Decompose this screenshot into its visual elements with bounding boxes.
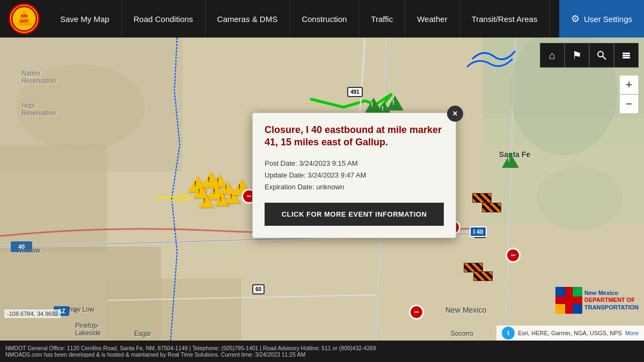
popup-close-button[interactable]: × bbox=[447, 106, 463, 122]
footer: NMDOT General Office: 1120 Cerrillos Roa… bbox=[0, 341, 644, 362]
nmdot-logo-area: New MexicoDEPARTMENT OFTRANSPORTATION bbox=[555, 287, 639, 314]
barrier-1 bbox=[472, 193, 492, 203]
svg-rect-25 bbox=[623, 53, 630, 54]
nmdot-logo-badge: NM DOT bbox=[9, 3, 40, 34]
map-ctrl-row: ⌂ ⚑ bbox=[540, 43, 639, 68]
popup-title: Closure, I 40 eastbound at mile marker 4… bbox=[265, 124, 444, 149]
update-date-label: Update Date: bbox=[265, 171, 306, 179]
label-socorro: Socorro bbox=[451, 330, 473, 337]
attribution-more[interactable]: More bbox=[625, 330, 639, 336]
svg-rect-26 bbox=[623, 55, 630, 56]
label-eagar: Eagar bbox=[134, 330, 151, 337]
road-closed-3[interactable]: − bbox=[506, 248, 521, 263]
map-controls: ⌂ ⚑ bbox=[540, 43, 639, 68]
label-nation: NationReservation bbox=[21, 70, 56, 85]
expiration-value: unknown bbox=[316, 183, 344, 191]
svg-rect-33 bbox=[573, 287, 582, 297]
svg-point-23 bbox=[598, 51, 603, 57]
barrier-4 bbox=[473, 271, 493, 281]
search-button[interactable] bbox=[589, 43, 614, 68]
nav-save-map[interactable]: Save My Map bbox=[48, 0, 122, 38]
svg-rect-35 bbox=[573, 304, 582, 314]
user-settings-label: User Settings bbox=[584, 14, 632, 24]
event-popup: × Closure, I 40 eastbound at mile marker… bbox=[252, 113, 456, 238]
nav-links: Save My Map Road Conditions Cameras & DM… bbox=[48, 0, 559, 38]
map-attribution: t Esri, HERE, Garmin, NGA, USGS, NPS Mor… bbox=[496, 326, 644, 341]
zoom-in-button[interactable]: + bbox=[619, 75, 639, 94]
nav-traffic[interactable]: Traffic bbox=[359, 0, 405, 38]
footer-line2: NMOADS.com has been developed & is hoste… bbox=[5, 351, 639, 358]
svg-line-24 bbox=[603, 56, 606, 60]
more-event-info-button[interactable]: CLICK FOR MORE EVENT INFORMATION bbox=[265, 203, 444, 226]
svg-rect-32 bbox=[555, 287, 565, 297]
nav-construction[interactable]: Construction bbox=[290, 0, 359, 38]
user-settings-button[interactable]: ⚙ User Settings bbox=[559, 0, 644, 38]
shield-491: 491 bbox=[347, 87, 363, 97]
map-area[interactable]: 40 Winslow Show Low Pinetop-Lakeside Eag… bbox=[0, 38, 644, 341]
gear-icon: ⚙ bbox=[571, 13, 580, 25]
layers-button[interactable] bbox=[614, 43, 639, 68]
popup-metadata: Post Date: 3/24/2023 9:15 AM Update Date… bbox=[265, 158, 444, 193]
navbar: NM DOT Save My Map Road Conditions Camer… bbox=[0, 0, 644, 38]
nav-weather[interactable]: Weather bbox=[405, 0, 459, 38]
home-button[interactable]: ⌂ bbox=[540, 43, 565, 68]
green-marker-5[interactable] bbox=[502, 153, 519, 168]
svg-rect-34 bbox=[555, 304, 565, 314]
svg-point-18 bbox=[537, 166, 623, 231]
barrier-2 bbox=[482, 203, 501, 212]
svg-rect-6 bbox=[0, 145, 107, 252]
label-az-city: e bbox=[74, 307, 78, 315]
svg-text:DOT: DOT bbox=[20, 19, 29, 23]
nmdot-cross-icon bbox=[555, 287, 582, 314]
bookmark-button[interactable]: ⚑ bbox=[565, 43, 589, 68]
attribution-text: Esri, HERE, Garmin, NGA, USGS, NPS bbox=[518, 330, 622, 336]
svg-rect-30 bbox=[555, 297, 582, 304]
state-border-indicator bbox=[467, 43, 521, 77]
label-pinetop: Pinetop-Lakeside bbox=[75, 322, 101, 337]
svg-rect-27 bbox=[623, 57, 630, 58]
nav-cameras-dms[interactable]: Cameras & DMS bbox=[206, 0, 290, 38]
update-date-value: 3/24/2023 9:47 AM bbox=[308, 171, 366, 179]
label-winslow: Winslow bbox=[16, 247, 40, 254]
svg-text:NM: NM bbox=[21, 13, 28, 18]
nav-transit[interactable]: Transit/Rest Areas bbox=[460, 0, 550, 38]
label-new-mexico: New Mexico bbox=[445, 306, 486, 314]
footer-line1: NMDOT General Office: 1120 Cerrillos Roa… bbox=[5, 345, 639, 351]
nmdot-brand-text: New MexicoDEPARTMENT OFTRANSPORTATION bbox=[584, 290, 639, 311]
zoom-controls: + − bbox=[619, 75, 639, 114]
post-date-value: 3/24/2023 9:15 AM bbox=[299, 159, 357, 167]
nav-road-conditions[interactable]: Road Conditions bbox=[122, 0, 206, 38]
coordinates-display: -108.6784, 34.9692 bbox=[4, 309, 61, 318]
popup-body: Closure, I 40 eastbound at mile marker 4… bbox=[253, 113, 456, 238]
label-hopi: HopiReservation bbox=[21, 102, 56, 117]
i40-shield-marker: I 40 bbox=[470, 226, 487, 237]
post-date-label: Post Date: bbox=[265, 159, 297, 167]
twitter-icon[interactable]: t bbox=[502, 327, 515, 339]
warning-marker-7[interactable] bbox=[199, 195, 214, 208]
road-closed-4[interactable]: − bbox=[409, 305, 424, 320]
logo-area: NM DOT bbox=[0, 0, 48, 38]
zoom-out-button[interactable]: − bbox=[619, 94, 639, 114]
shield-60: 60 bbox=[252, 284, 265, 294]
green-marker-3[interactable] bbox=[386, 95, 404, 110]
expiration-label: Expiration Date: bbox=[265, 183, 314, 191]
